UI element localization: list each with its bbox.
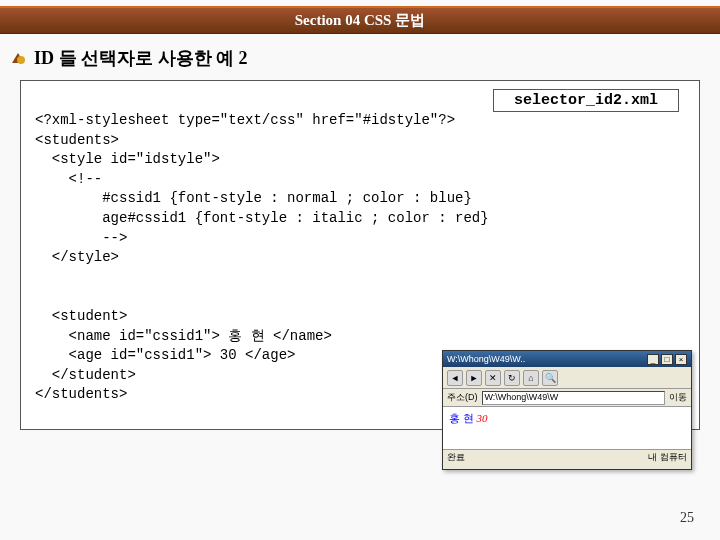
svg-point-1 [17,56,25,64]
code-line: <age id="cssid1"> 30 </age> [35,347,295,363]
section-header: Section 04 CSS 문법 [0,6,720,34]
browser-title-text: W:\Whong\W49\W.. [447,354,525,364]
stop-icon[interactable]: ✕ [485,370,501,386]
code-line: </students> [35,386,127,402]
status-left: 완료 [447,451,465,464]
code-line: <!-- [35,171,102,187]
close-button[interactable]: × [675,354,687,365]
forward-icon[interactable]: ► [466,370,482,386]
file-label: selector_id2.xml [493,89,679,112]
code-line: <?xml-stylesheet type="text/css" href="#… [35,112,455,128]
browser-content: 홍 현 30 [443,407,691,449]
code-line: <name id="cssid1"> 홍 현 </name> [35,328,332,344]
code-line: <student> [35,308,127,324]
minimize-button[interactable]: _ [647,354,659,365]
code-line: </style> [35,249,119,265]
browser-titlebar: W:\Whong\W49\W.. _ □ × [443,351,691,367]
address-field[interactable]: W:\Whong\W49\W [482,391,666,405]
back-icon[interactable]: ◄ [447,370,463,386]
home-icon[interactable]: ⌂ [523,370,539,386]
code-line: </student> [35,367,136,383]
code-line: <students> [35,132,119,148]
refresh-icon[interactable]: ↻ [504,370,520,386]
code-line: --> [35,230,127,246]
rendered-name: 홍 현 [449,412,474,424]
search-icon[interactable]: 🔍 [542,370,558,386]
rendered-age: 30 [474,412,488,424]
code-line: #cssid1 {font-style : normal ; color : b… [35,190,472,206]
page-number: 25 [680,510,694,526]
status-right: 내 컴퓨터 [648,451,687,464]
section-title: Section 04 CSS 문법 [295,11,425,30]
window-controls: _ □ × [647,354,687,365]
code-line: age#cssid1 {font-style : italic ; color … [35,210,489,226]
subtitle-text: ID 들 선택자로 사용한 예 2 [34,46,248,70]
code-line: <style id="idstyle"> [35,151,220,167]
browser-statusbar: 완료 내 컴퓨터 [443,449,691,465]
browser-toolbar: ◄ ► ✕ ↻ ⌂ 🔍 [443,367,691,389]
browser-address-bar: 주소(D) W:\Whong\W49\W 이동 [443,389,691,407]
bullet-icon [10,51,28,65]
maximize-button[interactable]: □ [661,354,673,365]
go-button[interactable]: 이동 [669,391,687,404]
address-label: 주소(D) [447,391,478,404]
subtitle-row: ID 들 선택자로 사용한 예 2 [0,34,720,80]
browser-preview-window: W:\Whong\W49\W.. _ □ × ◄ ► ✕ ↻ ⌂ 🔍 주소(D)… [442,350,692,470]
